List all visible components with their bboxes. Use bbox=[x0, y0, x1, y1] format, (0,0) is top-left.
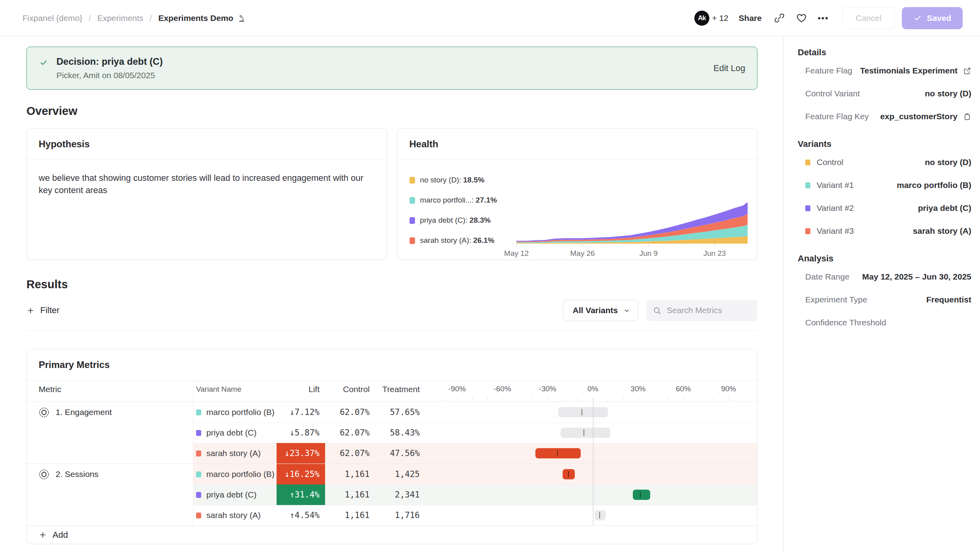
sidebar-value: Testimonials Experiment bbox=[860, 66, 958, 75]
variant-name: priya debt (C) bbox=[206, 490, 256, 499]
control-value: 1,161 bbox=[325, 490, 375, 499]
col-metric: Metric bbox=[27, 385, 193, 394]
axis-tick-label: -60% bbox=[494, 385, 511, 393]
lift-point-marker bbox=[568, 471, 569, 477]
breadcrumb-experiments[interactable]: Experiments bbox=[97, 13, 144, 23]
edit-log-link[interactable]: Edit Log bbox=[713, 63, 745, 73]
primary-metrics-table: Metric Variant Name Lift Control Treatme… bbox=[27, 381, 757, 526]
variant-color-chip bbox=[196, 513, 201, 518]
plus-icon bbox=[39, 531, 47, 539]
results-toolbar: Filter All Variants bbox=[26, 300, 757, 331]
external-link-icon[interactable] bbox=[963, 67, 971, 75]
legend-value: 18.5% bbox=[463, 176, 484, 184]
axis-tick-label: 90% bbox=[721, 385, 736, 393]
copy-icon[interactable] bbox=[963, 113, 971, 121]
metric-goal-icon bbox=[39, 469, 49, 480]
avatar[interactable]: Ak bbox=[694, 11, 709, 26]
breadcrumb-current: Experiments Demo bbox=[158, 13, 233, 23]
lift-point-marker bbox=[584, 430, 584, 436]
table-row: priya debt (C)↑31.4%1,1612,341 bbox=[27, 484, 757, 505]
lift-point-marker bbox=[640, 492, 641, 498]
analysis-heading: Analysis bbox=[792, 253, 971, 264]
breadcrumb: Fixpanel {demo} / Experiments / Experime… bbox=[22, 13, 247, 23]
control-value: 1,161 bbox=[325, 469, 375, 479]
search-metrics-input[interactable] bbox=[667, 306, 751, 315]
sidebar-row: Date RangeMay 12, 2025 – Jun 30, 2025 bbox=[792, 265, 971, 288]
zero-baseline bbox=[593, 398, 593, 526]
collaborators-count[interactable]: + 12 bbox=[712, 13, 728, 23]
confidence-interval-cell bbox=[425, 484, 757, 505]
variant-color-chip bbox=[196, 471, 201, 477]
control-value: 1,161 bbox=[325, 511, 375, 520]
table-row: 2. Sessionsmarco portfolio (B)↓16.25%1,1… bbox=[27, 464, 757, 484]
details-section: Details Feature FlagTestimonials Experim… bbox=[792, 47, 971, 128]
variant-color-chip bbox=[196, 430, 201, 436]
microscope-icon bbox=[237, 13, 247, 23]
treatment-value: 58.43% bbox=[375, 428, 425, 437]
svg-text:Jun 9: Jun 9 bbox=[640, 249, 658, 257]
variant-name: sarah story (A) bbox=[206, 449, 261, 458]
lift-value: ↓7.12% bbox=[277, 402, 325, 422]
sidebar-value: no story (D) bbox=[925, 89, 971, 98]
sidebar-row: Confidence Threshold bbox=[792, 311, 971, 334]
svg-text:May 12: May 12 bbox=[504, 249, 529, 257]
confidence-interval-bar bbox=[633, 490, 650, 500]
control-value: 62.07% bbox=[325, 428, 375, 437]
axis-tick-label: 0% bbox=[587, 385, 598, 393]
favorite-heart-icon[interactable] bbox=[796, 12, 808, 24]
sidebar-label: Control Variant bbox=[805, 89, 860, 98]
lift-axis-labels: -90%-60%-30%0%30%60%90% bbox=[425, 381, 757, 398]
add-filter-button[interactable]: Filter bbox=[26, 305, 60, 315]
metric-goal-icon bbox=[39, 407, 49, 418]
axis-tick-label: -90% bbox=[449, 385, 466, 393]
check-icon bbox=[39, 58, 48, 68]
variants-section: Variants Controlno story (D)Variant #1ma… bbox=[792, 139, 971, 242]
treatment-value: 1,425 bbox=[375, 469, 425, 479]
confidence-interval-bar bbox=[558, 407, 608, 417]
hypothesis-title: Hypothesis bbox=[27, 129, 387, 160]
legend-value: 28.3% bbox=[469, 216, 491, 225]
variant-value: marco portfolio (B) bbox=[897, 180, 971, 190]
metric-group: 2. Sessionsmarco portfolio (B)↓16.25%1,1… bbox=[27, 464, 757, 526]
more-menu-button[interactable]: ••• bbox=[818, 13, 829, 23]
col-control: Control bbox=[325, 385, 375, 394]
sidebar-row: Feature Flag Keyexp_customerStory bbox=[792, 105, 971, 128]
legend-value: 27.1% bbox=[476, 196, 497, 205]
variant-name: marco portfolio (B) bbox=[206, 407, 275, 417]
cancel-button[interactable]: Cancel bbox=[842, 7, 895, 29]
breadcrumb-project[interactable]: Fixpanel {demo} bbox=[22, 13, 82, 23]
search-metrics[interactable] bbox=[646, 300, 757, 321]
primary-metrics-card: Primary Metrics Metric Variant Name Lift… bbox=[26, 349, 757, 544]
check-icon bbox=[913, 14, 922, 22]
treatment-value: 57.65% bbox=[375, 407, 425, 417]
variant-value: no story (D) bbox=[925, 158, 971, 167]
variant-color-chip bbox=[805, 228, 810, 234]
sidebar-row: Control Variantno story (D) bbox=[792, 82, 971, 105]
primary-metrics-title: Primary Metrics bbox=[27, 349, 757, 381]
sidebar-label: Experiment Type bbox=[805, 295, 867, 304]
table-row: sarah story (A)↑4.54%1,1611,716 bbox=[27, 505, 757, 526]
main-content: Decision: priya debt (C) Picker, Amit on… bbox=[0, 36, 783, 552]
sidebar-row: Variant #1marco portfolio (B) bbox=[792, 174, 971, 197]
copy-link-icon[interactable] bbox=[774, 12, 785, 24]
share-button[interactable]: Share bbox=[739, 13, 761, 23]
variant-label: Variant #1 bbox=[805, 180, 854, 190]
saved-button[interactable]: Saved bbox=[902, 7, 963, 29]
sidebar-row: Feature FlagTestimonials Experiment bbox=[792, 59, 971, 82]
table-row: sarah story (A)↓23.37%62.07%47.56% bbox=[27, 443, 757, 464]
health-card: Health no story (D):18.5%marco portfoli.… bbox=[397, 128, 758, 260]
variants-dropdown[interactable]: All Variants bbox=[563, 300, 638, 321]
variant-color-chip bbox=[196, 409, 201, 415]
results-heading: Results bbox=[26, 278, 757, 291]
variant-color-chip bbox=[196, 492, 201, 498]
add-metric-button[interactable]: Add bbox=[39, 530, 68, 540]
metric-name: 2. Sessions bbox=[56, 469, 99, 479]
sidebar-value: Frequentist bbox=[926, 295, 971, 304]
svg-text:May 26: May 26 bbox=[570, 249, 595, 257]
sidebar-row: Controlno story (D) bbox=[792, 151, 971, 174]
sidebar-value: May 12, 2025 – Jun 30, 2025 bbox=[862, 272, 971, 282]
variant-label: Variant #2 bbox=[805, 203, 854, 213]
chevron-down-icon bbox=[623, 307, 630, 314]
sidebar-row: Variant #3sarah story (A) bbox=[792, 220, 971, 242]
sidebar-row: Experiment TypeFrequentist bbox=[792, 288, 971, 311]
